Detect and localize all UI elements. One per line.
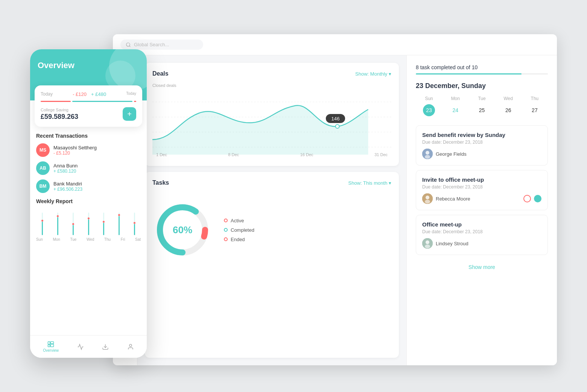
- tasks-filter[interactable]: Show: This month ▾: [348, 180, 391, 186]
- bar-thu: [97, 213, 110, 235]
- day-label-mon: Mon: [53, 237, 60, 242]
- person-name-1: George Fields: [436, 151, 467, 157]
- task-actions-2: Rebecca Moore: [422, 193, 541, 204]
- task-title-2: Invite to office meet-up: [422, 176, 541, 183]
- bar-group: [36, 209, 141, 235]
- svg-rect-24: [48, 345, 50, 347]
- svg-point-21: [426, 240, 429, 244]
- amount-pos: + £480: [91, 91, 106, 97]
- person-avatar-3: [422, 238, 433, 249]
- saving-amount: £59.589.263: [41, 113, 78, 121]
- cal-day-mon[interactable]: Mon 24: [442, 96, 468, 116]
- trans-amount-bm: + £96.506.223: [53, 187, 141, 192]
- svg-point-8: [335, 125, 339, 128]
- progress-text: 8 task completed out of 10: [416, 64, 548, 70]
- chart-label: Closed deals: [152, 83, 391, 88]
- day-label-fri: Fri: [121, 237, 125, 242]
- legend-active-label: Active: [231, 218, 244, 223]
- mobile-bottom-nav: Overview: [30, 335, 147, 358]
- deals-card: Deals Show: Monthly ▾ Closed deals: [145, 63, 399, 166]
- task-due-1: Due date: December 23, 2018: [422, 140, 541, 145]
- bar-tue: [67, 213, 79, 235]
- mobile-body: Recent Transactions MS Masayoshi Setther…: [30, 127, 147, 248]
- transaction-ab: AB Anna Bunn + £580.120: [36, 161, 141, 175]
- task-title-1: Send benefit review by Sunday: [422, 132, 541, 138]
- task-item-2: Invite to office meet-up Due date: Decem…: [416, 170, 548, 210]
- svg-point-19: [425, 200, 430, 204]
- svg-rect-26: [50, 344, 53, 347]
- task-icon-teal[interactable]: [534, 195, 541, 202]
- person-avatar-1: [422, 149, 433, 159]
- day-label-wed: Wed: [87, 237, 94, 242]
- mobile-card: Today - £120 + £480 Today College Saving…: [35, 85, 142, 127]
- bar-sat: [128, 213, 141, 235]
- center-content: Deals Show: Monthly ▾ Closed deals: [137, 55, 406, 365]
- right-panel: 8 task completed out of 10 23 December, …: [406, 55, 557, 365]
- saving-label: College Saving: [41, 108, 78, 112]
- cal-day-thu[interactable]: Thu 27: [522, 96, 548, 116]
- day-label-sat: Sat: [135, 237, 141, 242]
- task-title-3: Office meet-up: [422, 221, 541, 228]
- nav-profile[interactable]: [127, 343, 134, 350]
- recent-title: Recent Transactions: [36, 133, 141, 139]
- mobile-app: Overview Today - £120 + £480 Today Colle…: [30, 49, 147, 358]
- desktop-app: Global Search... Deals: [113, 34, 557, 365]
- task-person-2: Rebecca Moore: [422, 193, 470, 204]
- transaction-ms: MS Masayoshi Settherg - £5.120: [36, 143, 141, 157]
- legend-completed-label: Completed: [231, 227, 254, 233]
- task-item-3: Office meet-up Due date: December 23, 20…: [416, 215, 548, 255]
- cal-day-tue[interactable]: Tue 25: [468, 96, 495, 116]
- progress-section: 8 task completed out of 10: [416, 64, 548, 74]
- legend-ended: Ended: [224, 237, 254, 242]
- donut-percent: 60%: [173, 224, 192, 236]
- plus-button[interactable]: +: [123, 107, 136, 121]
- trans-avatar-ms: MS: [36, 143, 50, 157]
- trans-name-ms: Masayoshi Settherg: [53, 145, 141, 150]
- cal-day-wed[interactable]: Wed 26: [495, 96, 522, 116]
- show-more-button[interactable]: Show more: [416, 260, 548, 275]
- trans-avatar-ab: AB: [36, 161, 50, 175]
- task-icon-red[interactable]: [523, 195, 531, 202]
- calendar-week: Sun 23 Mon 24 Tue 25 Wed 26: [416, 96, 548, 116]
- task-person-1: George Fields: [422, 149, 541, 159]
- tasks-card: Tasks Show: This month ▾: [145, 172, 399, 358]
- task-due-2: Due date: December 23, 2018: [422, 184, 541, 190]
- trans-avatar-bm: BM: [36, 179, 50, 193]
- search-placeholder: Global Search...: [134, 42, 169, 47]
- trans-name-ab: Anna Bunn: [53, 163, 141, 169]
- donut-chart: 60%: [152, 200, 213, 260]
- amount-neg: - £120: [73, 91, 87, 97]
- progress-fill: [416, 73, 522, 74]
- svg-point-22: [425, 245, 430, 248]
- deals-chart: 146 1 Dec 8 Dec 16 Dec 31 Dec: [152, 91, 391, 158]
- bar-sun: [36, 213, 49, 235]
- task-person-3: Lindsey Stroud: [422, 238, 541, 249]
- x-label-1: 1 Dec: [156, 152, 167, 157]
- nav-overview[interactable]: Overview: [43, 341, 59, 352]
- weekly-chart: Weekly Report: [36, 198, 141, 242]
- svg-text:146: 146: [331, 116, 339, 122]
- nav-chart[interactable]: [77, 343, 84, 350]
- transaction-bm: BM Bank Mandiri + £96.506.223: [36, 179, 141, 193]
- person-avatar-2: [422, 193, 433, 204]
- overview-title: Overview: [38, 61, 139, 70]
- chart-legend: Active Completed Ended: [224, 218, 254, 242]
- nav-download[interactable]: [102, 343, 109, 350]
- mobile-today2: Today: [126, 91, 136, 96]
- task-icons-2: [523, 195, 541, 202]
- bar-wed: [82, 213, 95, 235]
- prog-red-end: [134, 101, 136, 102]
- search-bar[interactable]: Global Search...: [120, 40, 203, 50]
- task-due-3: Due date: December 23, 2018: [422, 229, 541, 234]
- svg-point-28: [129, 344, 132, 346]
- mobile-today-label: Today: [41, 91, 53, 97]
- deals-filter[interactable]: Show: Monthly ▾: [355, 71, 391, 77]
- legend-completed: Completed: [224, 227, 254, 233]
- svg-point-16: [425, 155, 430, 159]
- svg-point-0: [126, 43, 130, 46]
- prog-red: [41, 101, 71, 102]
- trans-amount-ms: - £5.120: [53, 150, 141, 156]
- x-label-3: 16 Dec: [300, 152, 313, 157]
- svg-rect-25: [50, 342, 53, 343]
- trans-name-bm: Bank Mandiri: [53, 181, 141, 187]
